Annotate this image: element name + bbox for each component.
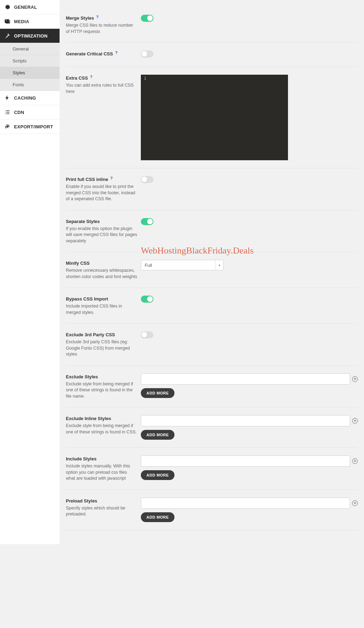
input-include-styles[interactable] bbox=[141, 455, 350, 467]
setting-title: Exclude Inline Styles bbox=[66, 416, 111, 421]
remove-icon[interactable]: ✕ bbox=[352, 500, 358, 506]
code-editor-extra-css[interactable]: 1 bbox=[141, 75, 288, 160]
sidebar: GENERAL MEDIA OPTIMIZATION General Scrip… bbox=[0, 0, 60, 544]
sidebar-item-cdn[interactable]: CDN bbox=[0, 105, 60, 120]
setting-desc: Include styles manually. With this optio… bbox=[66, 463, 137, 482]
setting-title: Generate Critical CSS bbox=[66, 51, 113, 56]
setting-preload-styles: Preload Styles Specify styles which shou… bbox=[66, 490, 358, 530]
setting-exclude-styles: Exclude Styles Exclude style from being … bbox=[66, 366, 358, 408]
code-gutter: 1 bbox=[141, 75, 149, 160]
setting-desc: Include imported CSS files in merged sty… bbox=[66, 303, 137, 316]
select-minify-css[interactable]: Full bbox=[141, 260, 224, 270]
help-icon[interactable]: ? bbox=[115, 50, 119, 55]
sidebar-item-label: CACHING bbox=[14, 95, 36, 101]
settings-panel: Merge Styles ? Merge CSS files to reduce… bbox=[60, 0, 364, 544]
gear-icon bbox=[4, 4, 11, 10]
help-icon[interactable]: ? bbox=[110, 176, 115, 180]
sidebar-item-export-import[interactable]: EXPORT/IMPORT bbox=[0, 120, 60, 134]
setting-title: Merge Styles bbox=[66, 15, 94, 21]
setting-bypass-import: Bypass CSS Import Include imported CSS f… bbox=[66, 288, 358, 324]
setting-desc: Enable if you would like to print the me… bbox=[66, 184, 137, 202]
setting-title: Exclude 3rd Party CSS bbox=[66, 332, 115, 337]
remove-icon[interactable]: ✕ bbox=[352, 458, 358, 464]
sidebar-item-optimization[interactable]: OPTIMIZATION bbox=[0, 29, 60, 43]
setting-print-inline: Print full CSS inline ? Enable if you wo… bbox=[66, 168, 358, 210]
sidebar-item-media[interactable]: MEDIA bbox=[0, 14, 60, 29]
sidebar-item-label: GENERAL bbox=[14, 5, 37, 10]
setting-generate-critical: Generate Critical CSS ? bbox=[66, 43, 358, 67]
setting-title: Include Styles bbox=[66, 456, 96, 461]
setting-merge-styles: Merge Styles ? Merge CSS files to reduce… bbox=[66, 7, 358, 43]
sidebar-item-label: MEDIA bbox=[14, 19, 29, 24]
sidebar-item-caching[interactable]: CACHING bbox=[0, 91, 60, 105]
input-preload-styles[interactable] bbox=[141, 498, 350, 509]
setting-title: Minify CSS bbox=[66, 261, 90, 266]
remove-icon[interactable]: ✕ bbox=[352, 418, 358, 424]
setting-include-styles: Include Styles Include styles manually. … bbox=[66, 448, 358, 490]
setting-desc: Remove unnecessary whitespaces, shorten … bbox=[66, 268, 137, 280]
add-more-button[interactable]: ADD MORE bbox=[141, 430, 174, 440]
setting-desc: Merge CSS files to reduce number of HTTP… bbox=[66, 22, 137, 35]
setting-title: Extra CSS bbox=[66, 75, 88, 81]
setting-desc: Specify styles which should be preloaded… bbox=[66, 505, 137, 518]
refresh-icon bbox=[4, 123, 11, 130]
setting-title: Bypass CSS Import bbox=[66, 296, 108, 302]
add-more-button[interactable]: ADD MORE bbox=[141, 512, 174, 522]
toggle-bypass-import[interactable] bbox=[141, 296, 153, 303]
help-icon[interactable]: ? bbox=[90, 75, 94, 79]
toggle-separate-styles[interactable] bbox=[141, 218, 153, 225]
setting-desc: Exclude style from being merged if one o… bbox=[66, 381, 137, 400]
setting-minify-css: Minify CSS Remove unnecessary whitespace… bbox=[66, 252, 358, 288]
add-more-button[interactable]: ADD MORE bbox=[141, 470, 174, 480]
sidebar-sub-styles[interactable]: Styles bbox=[0, 67, 60, 79]
setting-title: Preload Styles bbox=[66, 498, 97, 504]
sidebar-sub-general[interactable]: General bbox=[0, 43, 60, 55]
setting-title: Exclude Styles bbox=[66, 374, 98, 379]
setting-title: Separate Styles bbox=[66, 219, 100, 224]
toggle-print-inline[interactable] bbox=[141, 176, 153, 183]
sidebar-submenu: General Scripts Styles Fonts bbox=[0, 43, 60, 91]
sidebar-sub-scripts[interactable]: Scripts bbox=[0, 55, 60, 67]
remove-icon[interactable]: ✕ bbox=[352, 376, 358, 382]
setting-separate-styles: Separate Styles If you enable this optio… bbox=[66, 210, 358, 252]
list-icon bbox=[4, 109, 11, 115]
help-icon[interactable]: ? bbox=[96, 15, 101, 19]
setting-title: Print full CSS inline bbox=[66, 177, 108, 182]
setting-desc: You can add extra rules to full CSS here bbox=[66, 82, 137, 95]
sidebar-sub-fonts[interactable]: Fonts bbox=[0, 79, 60, 91]
add-more-button[interactable]: ADD MORE bbox=[141, 388, 174, 398]
media-icon bbox=[4, 18, 11, 25]
toggle-exclude-3rd[interactable] bbox=[141, 331, 153, 338]
toggle-merge-styles[interactable] bbox=[141, 15, 153, 22]
input-exclude-styles[interactable] bbox=[141, 373, 350, 385]
toggle-generate-critical[interactable] bbox=[141, 50, 153, 58]
setting-exclude-3rd: Exclude 3rd Party CSS Exclude 3rd party … bbox=[66, 324, 358, 366]
setting-desc: If you enable this option the plugin wil… bbox=[66, 226, 137, 244]
bolt-icon bbox=[4, 95, 11, 101]
setting-desc: Exclude style from being merged if one o… bbox=[66, 423, 137, 435]
wand-icon bbox=[4, 33, 11, 39]
sidebar-item-label: CDN bbox=[14, 110, 24, 115]
setting-exclude-inline: Exclude Inline Styles Exclude style from… bbox=[66, 407, 358, 448]
sidebar-item-label: EXPORT/IMPORT bbox=[14, 124, 53, 129]
setting-extra-css: Extra CSS ? You can add extra rules to f… bbox=[66, 67, 358, 168]
sidebar-item-general[interactable]: GENERAL bbox=[0, 0, 60, 14]
input-exclude-inline[interactable] bbox=[141, 415, 350, 426]
setting-desc: Exclude 3rd party CSS files (eg: Google … bbox=[66, 339, 137, 358]
sidebar-item-label: OPTIMIZATION bbox=[14, 33, 48, 39]
